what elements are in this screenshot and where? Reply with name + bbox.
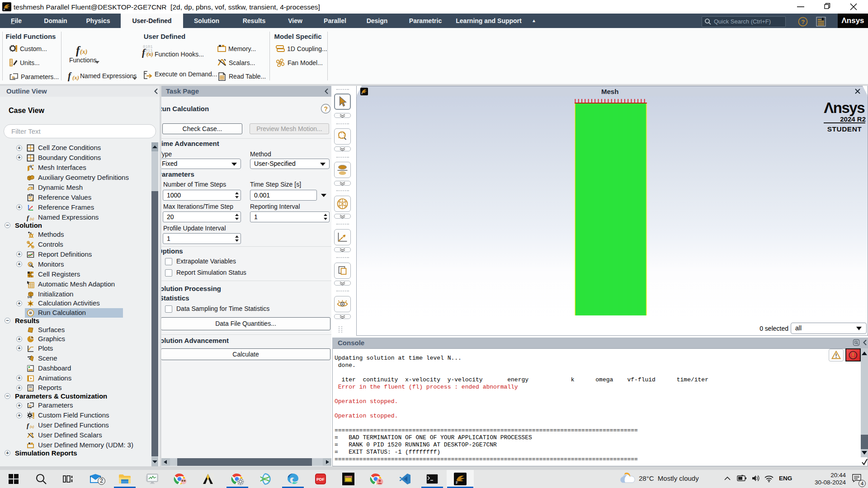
svg-text:F: F xyxy=(456,480,458,485)
svg-text:PDF: PDF xyxy=(316,477,325,482)
svg-text:P: P xyxy=(12,75,15,80)
svg-text:F: F xyxy=(362,92,363,95)
svg-text:f: f xyxy=(27,422,30,429)
svg-text:Q: Q xyxy=(29,263,32,267)
svg-text:?: ? xyxy=(324,105,328,113)
svg-text:f: f xyxy=(27,214,30,221)
svg-text:F: F xyxy=(4,8,5,11)
svg-text:(x): (x) xyxy=(30,425,34,429)
svg-text:t=0: t=0 xyxy=(28,296,32,298)
svg-text:(x): (x) xyxy=(30,217,34,221)
svg-text:UNITE: UNITE xyxy=(345,475,353,478)
svg-text:?: ? xyxy=(801,19,805,25)
